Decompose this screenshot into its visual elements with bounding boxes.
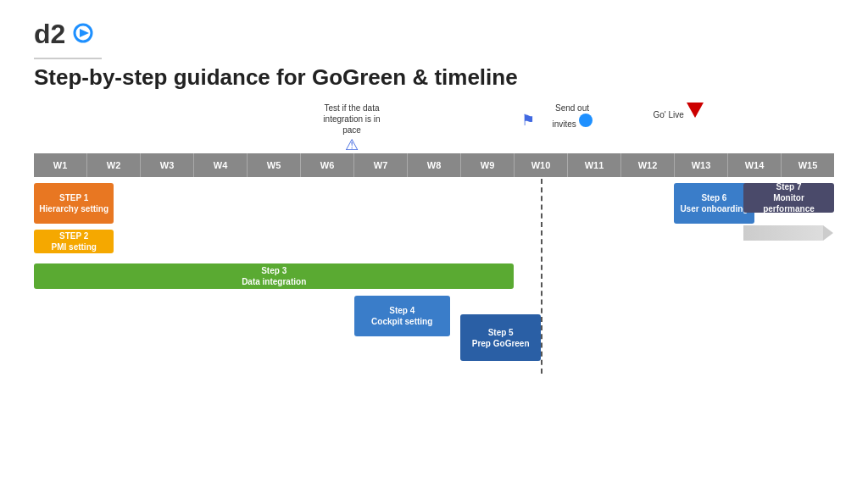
week-cell-w8: W8	[408, 153, 461, 177]
step6-label-line2: User onboarding	[680, 203, 748, 214]
week-cell-w14: W14	[728, 153, 782, 177]
main-title: Step-by-step guidance for GoGreen & time…	[34, 64, 834, 91]
logo-svg: d2	[34, 17, 93, 51]
step4-label-line2: Cockpit setting	[371, 316, 432, 327]
step4-label-line1: Step 4	[389, 305, 415, 316]
step7-label-line1: Step 7	[776, 181, 801, 192]
step1-label-line2: Hierarchy setting	[39, 203, 108, 214]
annotation-golive-text: Go' Live	[653, 110, 683, 119]
warning-icon: ⚠	[314, 136, 390, 155]
week-cell-w10: W10	[515, 153, 568, 177]
week-header-row: W1 W2 W3 W4 W5 W6 W7 W8 W9 W10 W11 W12 W…	[34, 153, 834, 177]
step2-label-line1: STEP 2	[59, 230, 88, 241]
timeline-wrapper: Test if the dataintegration is in pace ⚠…	[34, 103, 834, 374]
logo-underline	[34, 58, 102, 59]
annotation-warning-text: Test if the dataintegration is in pace	[323, 103, 380, 135]
page: d2 Step-by-step guidance for GoGreen & t…	[0, 0, 868, 488]
week-cell-w13: W13	[675, 153, 728, 177]
step1-bar: STEP 1 Hierarchy setting	[34, 183, 114, 224]
send-circle-icon	[579, 114, 593, 127]
step3-label-line1: Step 3	[261, 265, 287, 276]
step3-bar: Step 3 Data integration	[34, 263, 514, 289]
week-cell-w3: W3	[141, 153, 194, 177]
week-cell-w15: W15	[782, 153, 834, 177]
week-cell-w2: W2	[87, 153, 141, 177]
week-cell-w12: W12	[621, 153, 675, 177]
milestone-dashed-line	[541, 179, 542, 374]
step4-bar: Step 4 Cockpit setting	[354, 296, 450, 336]
gantt-area: STEP 1 Hierarchy setting STEP 2 PMI sett…	[34, 179, 834, 374]
step5-label-line1: Step 5	[488, 327, 514, 338]
step1-label-line1: STEP 1	[59, 192, 88, 203]
annotations-row: Test if the dataintegration is in pace ⚠…	[34, 103, 834, 153]
step3-label-line2: Data integration	[242, 276, 306, 287]
logo: d2	[34, 17, 834, 51]
step5-label-line2: Prep GoGreen	[472, 338, 530, 349]
week-cell-w4: W4	[194, 153, 248, 177]
svg-text:d2: d2	[34, 19, 65, 49]
step6-label-line1: Step 6	[701, 192, 726, 203]
step5-bar: Step 5 Prep GoGreen	[460, 314, 540, 361]
annotation-warning: Test if the dataintegration is in pace ⚠	[314, 103, 390, 155]
step6-bar: Step 6 User onboarding	[674, 183, 754, 224]
svg-marker-2	[80, 29, 89, 37]
week-cell-w5: W5	[248, 153, 301, 177]
annotation-send: Send outinvites	[542, 103, 602, 130]
step7-continuation-arrow	[743, 225, 823, 241]
week-cell-w11: W11	[568, 153, 621, 177]
step2-bar: STEP 2 PMI setting	[34, 230, 114, 253]
annotation-golive: Go' Live	[653, 103, 704, 120]
golive-triangle-icon	[687, 103, 704, 118]
step7-bar: Step 7 Monitor performance	[743, 183, 834, 213]
week-cell-w1: W1	[34, 153, 87, 177]
step2-label-line2: PMI setting	[52, 241, 97, 252]
week-cell-w7: W7	[354, 153, 408, 177]
week-cell-w9: W9	[461, 153, 515, 177]
week-cell-w6: W6	[301, 153, 354, 177]
step7-label-line2: Monitor performance	[748, 192, 830, 214]
